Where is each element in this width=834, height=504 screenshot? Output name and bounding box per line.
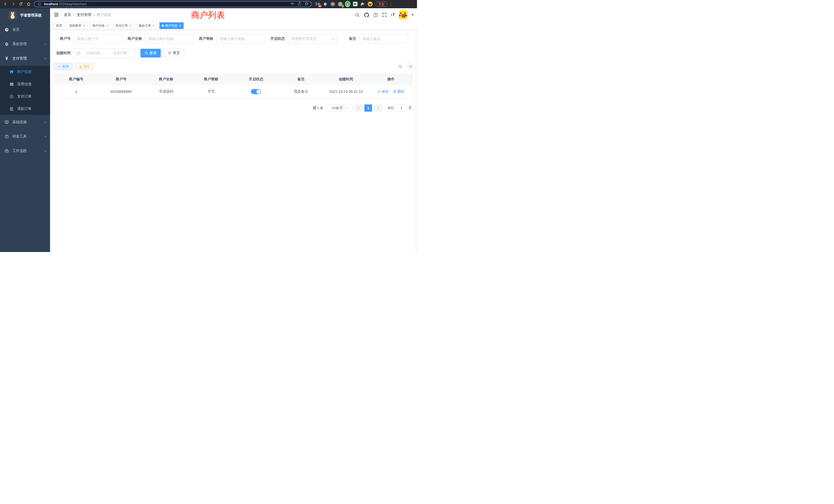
chrome-update-button[interactable]: 更新 [376,2,388,7]
status-select[interactable]: 请选择开启状态 [288,34,337,43]
browser-menu-icon[interactable]: ⋮ [389,2,393,6]
calendar-icon [76,51,80,55]
svg-text:¥: ¥ [11,95,12,98]
short-name-input[interactable] [217,34,265,43]
next-page-button[interactable]: › [374,105,382,112]
sidebar-item-workflow[interactable]: 工作流程 [0,144,50,158]
sidebar-item-payment[interactable]: ¥ 支付管理 [0,51,50,66]
end-date-placeholder: 结束日期 [108,51,132,55]
extension-chat-icon[interactable] [353,2,358,7]
page-size-value: 10条/页 [332,106,343,110]
refresh-button[interactable] [407,63,413,70]
close-icon[interactable]: ✕ [83,24,85,27]
avatar-caret-icon[interactable] [411,14,414,17]
page-size-select[interactable]: 10条/页 [327,105,353,112]
delete-label: 删除 [397,89,404,94]
sidebar-item-system[interactable]: 系统管理 [0,37,50,51]
back-icon[interactable] [2,1,9,7]
full-name-input[interactable] [145,34,194,43]
user-avatar[interactable] [399,10,408,19]
reset-button[interactable]: 重置 [164,49,184,58]
close-icon[interactable]: ✕ [179,24,181,27]
monitor-chart-icon [5,120,9,124]
full-name-label: 商户全称 [125,37,145,41]
dashboard-icon [5,28,9,32]
share-icon[interactable] [298,2,302,6]
extension-command-icon[interactable]: ⌘ [330,2,335,7]
tab-user-group[interactable]: 用户分组✕ [90,22,111,29]
search-icon[interactable] [355,12,360,18]
add-button[interactable]: ＋ 新增 [54,63,72,70]
extensions-puzzle-icon[interactable] [360,2,365,7]
browser-scrollbar[interactable] [414,8,417,252]
sidebar-item-infrastructure[interactable]: 基础设施 [0,115,50,129]
sidebar-item-dev-tools[interactable]: 研发工具 [0,129,50,144]
edit-button[interactable]: 修改 [377,89,389,94]
breadcrumb-home[interactable]: 首页 [64,13,71,17]
sidebar-item-label: 系统管理 [12,42,27,46]
cell-remark: 我是备注 [279,85,324,98]
page-1-button[interactable]: 1 [364,105,372,112]
remark-input[interactable] [359,34,408,43]
hide-search-button[interactable] [397,63,403,70]
filter-create-time: 创建时间 开始日期 - 结束日期 [54,48,135,58]
breadcrumb-parent[interactable]: 支付管理 [77,13,91,17]
extension-proxy-icon[interactable]: 1 [338,2,343,7]
home-icon[interactable] [25,1,32,7]
forward-icon[interactable] [10,1,17,7]
sidebar-item-home[interactable]: 首页 [0,23,50,37]
tab-merchant-info[interactable]: 商户信息✕ [159,22,183,29]
profile-avatar-icon[interactable] [368,2,373,7]
cell-merchant-id: 1 [54,85,98,98]
password-key-icon[interactable] [290,2,294,6]
date-separator: - [106,51,107,55]
payment-submenu: 商户信息 应用信息 ¥ 支付订单 退款订单 [0,66,50,115]
tab-label: 支付订单 [115,24,128,28]
extension-y-icon[interactable]: y [345,2,350,7]
help-icon[interactable] [373,12,378,18]
app-logo[interactable]: 芋道管理系统 [0,8,50,23]
chevron-down-icon [44,43,47,45]
extensions-row: 10 ⌘ 1 y [315,2,373,7]
sidebar-collapse-icon[interactable] [53,11,60,19]
tab-refund-order[interactable]: 退款订单✕ [136,22,157,29]
sidebar-item-refund-order[interactable]: 退款订单 [0,102,50,115]
sidebar-item-label: 研发工具 [12,134,27,139]
prev-page-button[interactable]: ‹ [355,105,362,112]
font-size-icon[interactable]: TT [391,13,395,17]
chevron-down-icon [331,37,334,40]
close-icon[interactable]: ✕ [129,24,131,27]
date-range-picker[interactable]: 开始日期 - 结束日期 [74,48,135,58]
close-icon[interactable]: ✕ [153,24,155,27]
start-date-placeholder: 开始日期 [81,51,106,55]
sidebar-item-app-info[interactable]: 应用信息 [0,78,50,90]
extension-pin-icon[interactable] [323,2,328,7]
extension-devtools-icon[interactable]: 10 [315,2,321,7]
fullscreen-icon[interactable] [382,12,387,18]
merchant-no-input[interactable] [74,34,123,43]
sidebar-item-label: 支付管理 [12,56,27,61]
url-bar[interactable]: localhost:1024/pay/merchant [34,1,312,7]
search-button-label: 搜索 [150,51,157,55]
bookmark-star-icon[interactable] [305,2,309,6]
cell-status [234,85,279,98]
status-toggle[interactable] [251,89,261,94]
sidebar-item-merchant-info[interactable]: 商户信息 [0,66,50,78]
search-button[interactable]: 搜索 [140,49,161,58]
close-icon[interactable]: ✕ [106,24,108,27]
merchant-no-label: 商户号 [54,37,74,41]
goto-page-input[interactable] [396,105,407,112]
reload-icon[interactable] [18,1,24,7]
site-info-icon[interactable] [37,2,42,7]
filter-row-2: 创建时间 开始日期 - 结束日期 搜索 重置 [54,48,413,58]
tab-pay-order[interactable]: 支付订单✕ [113,22,134,29]
filter-full-name: 商户全称 [125,34,194,43]
page-unit: 页 [409,106,412,110]
tab-process-form[interactable]: 流程表单✕ [67,22,88,29]
github-icon[interactable] [364,12,369,18]
export-button[interactable]: 导出 [75,63,93,70]
sidebar-item-pay-order[interactable]: ¥ 支付订单 [0,90,50,102]
tab-home[interactable]: 首页 [54,22,64,29]
filter-row-1: 商户号 商户全称 商户简称 开启状态 请选择开启状态 备注 [54,34,413,43]
delete-button[interactable]: 删除 [393,89,404,94]
